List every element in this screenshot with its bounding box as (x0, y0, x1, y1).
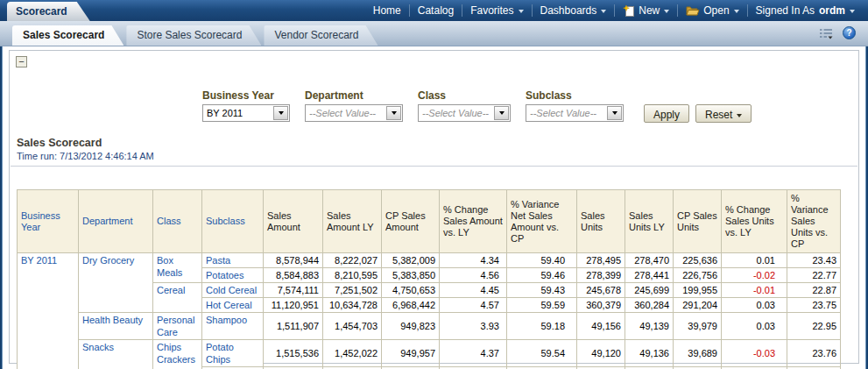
dropdown-arrow-button[interactable] (273, 106, 288, 120)
measure-cell: 1,511,907 (264, 313, 323, 340)
dim-cell[interactable]: Pasta (202, 253, 264, 268)
measure-cell: 8,222,027 (323, 253, 382, 268)
measure-cell: 291,204 (674, 298, 722, 313)
dim-cell[interactable]: Cereal (153, 283, 202, 313)
measure-cell: 49,120 (577, 340, 625, 367)
dashboard-body: − Business Year BY 2011 Department --Sel… (0, 46, 868, 369)
apply-button[interactable]: Apply (644, 104, 689, 123)
page-left-edge (0, 46, 4, 369)
measure-cell: 59.59 (507, 298, 577, 313)
dim-cell[interactable]: Dry Grocery (79, 253, 153, 313)
collapse-section-button[interactable]: − (16, 56, 27, 67)
measure-cell: 225,636 (674, 253, 722, 268)
measure-cell: 59.40 (507, 253, 577, 268)
chevron-down-icon (664, 10, 669, 13)
measure-cell: -0.01 (722, 283, 787, 298)
page-right-edge (864, 46, 868, 369)
measure-cell: 22.77 (787, 268, 841, 283)
chevron-down-icon (734, 10, 739, 13)
measure-cell: 0.03 (722, 313, 787, 340)
nav-home[interactable]: Home (365, 4, 409, 17)
measure-cell: 226,756 (674, 268, 722, 283)
department-select[interactable]: --Select Value-- (305, 104, 403, 122)
measure-cell: 49,156 (577, 313, 625, 340)
measure-cell: 0.03 (722, 298, 787, 313)
prompt-label: Department (305, 89, 403, 102)
dim-cell[interactable]: Cold Cereal (202, 283, 264, 298)
help-icon[interactable]: ? (843, 26, 856, 39)
dim-cell[interactable]: Health Beauty (79, 313, 153, 340)
dim-cell[interactable]: BY 2011 (18, 253, 79, 369)
table-row: SnacksChips CrackersPotato Chips1,515,53… (18, 340, 841, 367)
tab-vendor-scorecard[interactable]: Vendor Scorecard (264, 25, 378, 46)
measure-cell: 4.37 (440, 340, 507, 367)
dim-cell[interactable]: Chips Crackers (153, 340, 202, 369)
dropdown-arrow-button[interactable] (494, 106, 509, 120)
nav-open[interactable]: Open (678, 4, 746, 17)
prompts-row: Business Year BY 2011 Department --Selec… (202, 89, 858, 123)
tab-sales-scorecard[interactable]: Sales Scorecard (12, 25, 123, 46)
column-header-sales-amount-ly: Sales Amount LY (323, 190, 382, 253)
measure-cell: 245,678 (577, 283, 625, 298)
dim-cell[interactable]: Potato Chips (202, 340, 264, 367)
measure-cell: 245,699 (625, 283, 674, 298)
nav-catalog[interactable]: Catalog (410, 4, 462, 17)
prompt-label: Business Year (202, 89, 290, 102)
dim-cell[interactable]: Hot Cereal (202, 298, 264, 313)
subclass-select[interactable]: --Select Value-- (526, 104, 624, 122)
new-document-icon (623, 4, 635, 18)
nav-new[interactable]: New (615, 4, 677, 18)
measure-cell: 1,515,536 (264, 340, 323, 367)
measure-cell: 4.34 (440, 253, 507, 268)
measure-cell: 949,957 (382, 340, 440, 367)
nav-dashboards[interactable]: Dashboards (533, 4, 615, 17)
dim-cell[interactable]: Potatoes (202, 268, 264, 283)
page-options-icon[interactable] (819, 27, 835, 39)
measure-cell: 10,634,728 (323, 298, 382, 313)
dashboard-brand-tab[interactable]: Scorecard (7, 2, 90, 21)
class-select[interactable]: --Select Value-- (418, 104, 511, 122)
column-header-change-sales-units-vs-ly: % Change Sales Units vs. LY (722, 190, 787, 253)
user-menu[interactable]: Signed In Asordm (748, 4, 863, 17)
measure-cell: 278,399 (577, 268, 625, 283)
measure-cell: 59.46 (507, 268, 577, 283)
open-folder-icon (686, 5, 700, 16)
table-header-row: Business YearDepartmentClassSubclassSale… (18, 190, 841, 253)
dim-cell[interactable]: Box Meals (153, 253, 202, 283)
dim-cell[interactable]: Personal Care (153, 313, 202, 340)
prompt-label: Class (418, 89, 511, 102)
prompt-class: Class --Select Value-- (418, 89, 511, 122)
page-tab-strip: Sales Scorecard Store Sales Scorecard Ve… (0, 21, 868, 46)
dim-cell[interactable]: Snacks (79, 340, 153, 369)
business-year-select[interactable]: BY 2011 (202, 104, 290, 122)
nav-favorites[interactable]: Favorites (462, 4, 531, 17)
dropdown-arrow-button[interactable] (386, 106, 401, 120)
prompt-department: Department --Select Value-- (305, 89, 403, 122)
column-header-variance-sales-units-vs-cp: % Variance Sales Units vs. CP (787, 190, 841, 253)
measure-cell: 59.54 (507, 340, 577, 367)
dropdown-arrow-button[interactable] (607, 106, 622, 120)
measure-cell: 39,979 (674, 313, 722, 340)
measure-cell: 7,251,502 (323, 283, 382, 298)
measure-cell: 360,284 (625, 298, 674, 313)
prompt-subclass: Subclass --Select Value-- (526, 89, 624, 122)
measure-cell: 23.43 (787, 253, 841, 268)
measure-cell: 22.87 (787, 283, 841, 298)
table-row: BY 2011Dry GroceryBox MealsPasta8,578,94… (18, 253, 841, 268)
global-nav: Home Catalog Favorites Dashboards New Op… (365, 0, 863, 21)
scorecard-table-wrap: Business YearDepartmentClassSubclassSale… (17, 189, 858, 369)
reset-button[interactable]: Reset (695, 104, 752, 123)
dim-cell[interactable]: Shampoo (202, 313, 264, 340)
table-row: Health BeautyPersonal CareShampoo1,511,9… (18, 313, 841, 340)
column-header-sales-amount: Sales Amount (264, 190, 323, 253)
measure-cell: 23.75 (787, 298, 841, 313)
measure-cell: 8,210,595 (323, 268, 382, 283)
measure-cell: 4.56 (440, 268, 507, 283)
tab-store-sales-scorecard[interactable]: Store Sales Scorecard (126, 25, 261, 46)
chevron-down-icon (737, 114, 742, 117)
measure-cell: 1,452,022 (323, 340, 382, 367)
measure-cell: 59.43 (507, 283, 577, 298)
report-section-header: Sales Scorecard Time run: 7/13/2012 4:46… (11, 137, 857, 167)
measure-cell: 4.45 (440, 283, 507, 298)
measure-cell: 4,750,653 (382, 283, 440, 298)
